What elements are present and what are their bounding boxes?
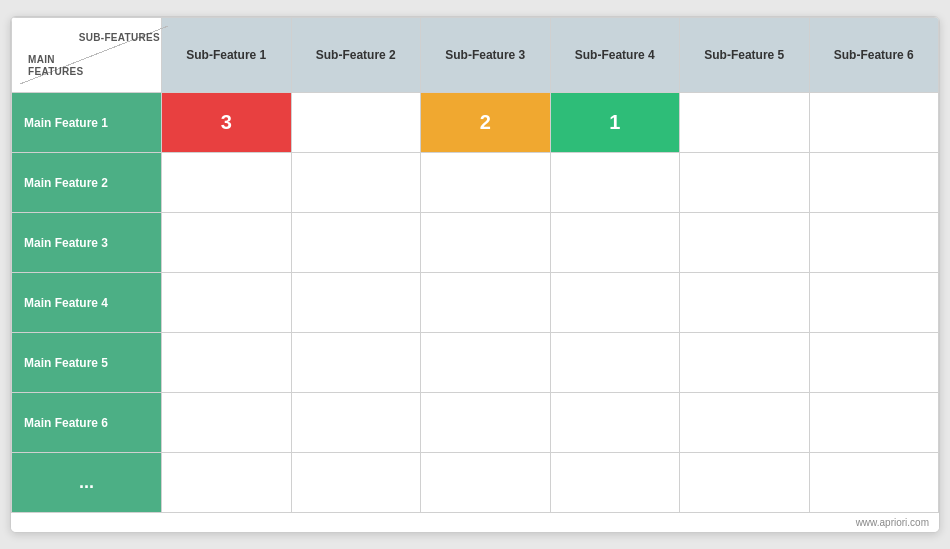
cell-r3-c1 <box>162 213 292 273</box>
cell-r4-c3 <box>421 273 551 333</box>
main-feature-label-4: Main Feature 4 <box>12 273 162 333</box>
cell-r5-c1 <box>162 333 292 393</box>
subfeature-header-3: Sub-Feature 3 <box>421 18 551 93</box>
cell-r1-c6 <box>809 93 939 153</box>
cell-r6-c6 <box>809 393 939 453</box>
main-feature-label-3: Main Feature 3 <box>12 213 162 273</box>
ellipsis-cell-2 <box>291 453 421 513</box>
cell-r5-c2 <box>291 333 421 393</box>
subfeature-header-4: Sub-Feature 4 <box>550 18 680 93</box>
table-row: Main Feature 3 <box>12 213 939 273</box>
cell-r1-c3: 2 <box>421 93 551 153</box>
cell-r3-c4 <box>550 213 680 273</box>
cell-r4-c5 <box>680 273 810 333</box>
cell-r2-c5 <box>680 153 810 213</box>
table-row: Main Feature 6 <box>12 393 939 453</box>
corner-header: Sub-Features MainFeatures <box>12 18 162 93</box>
cell-r1-c5 <box>680 93 810 153</box>
sub-features-label: Sub-Features <box>79 32 160 44</box>
ellipsis-cell-5 <box>680 453 810 513</box>
cell-r6-c3 <box>421 393 551 453</box>
table-row: Main Feature 1321 <box>12 93 939 153</box>
main-feature-label-6: Main Feature 6 <box>12 393 162 453</box>
header-row: Sub-Features MainFeatures Sub-Feature 1 … <box>12 18 939 93</box>
cell-r4-c4 <box>550 273 680 333</box>
main-feature-label-2: Main Feature 2 <box>12 153 162 213</box>
cell-r4-c2 <box>291 273 421 333</box>
cell-r2-c2 <box>291 153 421 213</box>
subfeature-header-5: Sub-Feature 5 <box>680 18 810 93</box>
main-container: Sub-Features MainFeatures Sub-Feature 1 … <box>10 16 940 533</box>
subfeature-header-6: Sub-Feature 6 <box>809 18 939 93</box>
cell-r2-c3 <box>421 153 551 213</box>
cell-r4-c6 <box>809 273 939 333</box>
cell-r2-c1 <box>162 153 292 213</box>
subfeature-header-2: Sub-Feature 2 <box>291 18 421 93</box>
cell-r4-c1 <box>162 273 292 333</box>
main-feature-label-5: Main Feature 5 <box>12 333 162 393</box>
cell-r1-c2 <box>291 93 421 153</box>
ellipsis-cell-1 <box>162 453 292 513</box>
cell-r5-c5 <box>680 333 810 393</box>
table-row: Main Feature 5 <box>12 333 939 393</box>
cell-r6-c5 <box>680 393 810 453</box>
ellipsis-row: ... <box>12 453 939 513</box>
main-features-label: MainFeatures <box>28 54 84 78</box>
cell-r6-c2 <box>291 393 421 453</box>
main-feature-label-1: Main Feature 1 <box>12 93 162 153</box>
feature-matrix-table: Sub-Features MainFeatures Sub-Feature 1 … <box>11 17 939 513</box>
cell-r2-c6 <box>809 153 939 213</box>
cell-r5-c4 <box>550 333 680 393</box>
ellipsis-label: ... <box>12 453 162 513</box>
cell-r2-c4 <box>550 153 680 213</box>
cell-r6-c4 <box>550 393 680 453</box>
cell-r3-c6 <box>809 213 939 273</box>
cell-r5-c6 <box>809 333 939 393</box>
ellipsis-cell-4 <box>550 453 680 513</box>
cell-r1-c1: 3 <box>162 93 292 153</box>
table-row: Main Feature 4 <box>12 273 939 333</box>
ellipsis-cell-6 <box>809 453 939 513</box>
table-row: Main Feature 2 <box>12 153 939 213</box>
watermark: www.apriori.com <box>11 513 939 532</box>
ellipsis-cell-3 <box>421 453 551 513</box>
cell-r3-c3 <box>421 213 551 273</box>
cell-r1-c4: 1 <box>550 93 680 153</box>
cell-r6-c1 <box>162 393 292 453</box>
cell-r3-c2 <box>291 213 421 273</box>
subfeature-header-1: Sub-Feature 1 <box>162 18 292 93</box>
cell-r3-c5 <box>680 213 810 273</box>
cell-r5-c3 <box>421 333 551 393</box>
